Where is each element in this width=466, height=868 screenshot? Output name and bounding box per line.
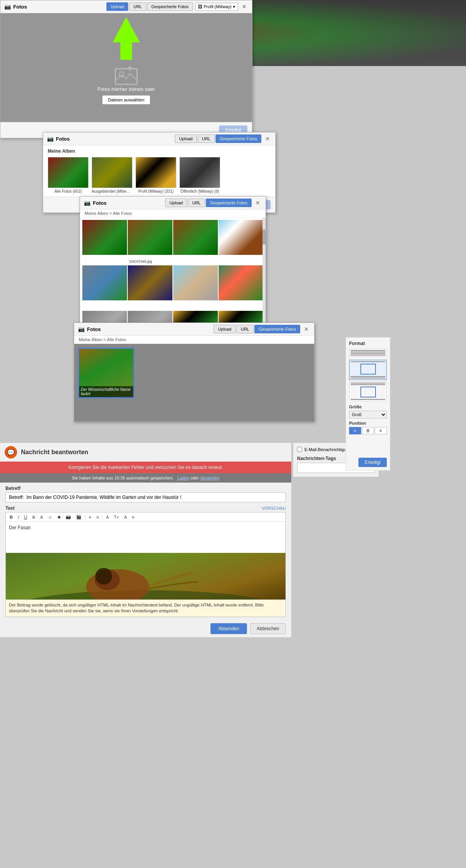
- textarea-wrapper: B I U S A ☺ ◆ 📷 🎬 | ≡ ≡ | A T+ A ≡ Der F: [5, 512, 286, 617]
- photo-thumb-5: [82, 265, 127, 300]
- tab-url-4[interactable]: URL: [236, 325, 254, 333]
- reply-form-title: Nachricht beantworten: [21, 449, 88, 456]
- format-option-text-around[interactable]: [349, 349, 387, 357]
- tab-url-1[interactable]: URL: [129, 2, 146, 11]
- photo-cell-5[interactable]: [82, 265, 127, 310]
- tab-url-3[interactable]: URL: [188, 199, 205, 207]
- profile-icon: 🖼: [198, 4, 202, 9]
- album-item-ausgeblendet[interactable]: Ausgeblendet (Miliway) (42): [92, 157, 132, 193]
- breadcrumb-4: Meine Alben > Alle Fotos: [74, 336, 314, 344]
- toolbar-font-size[interactable]: T+: [112, 514, 121, 520]
- position-left-button[interactable]: ≡: [349, 427, 361, 434]
- toolbar-list2[interactable]: ≡: [94, 514, 101, 520]
- toolbar-color[interactable]: A: [38, 514, 45, 520]
- modal-header-3: 📷 Fotos Upload URL Gespeicherte Fotos ✕: [80, 197, 266, 209]
- toolbar-emoji[interactable]: ☺: [46, 514, 54, 520]
- close-button-4[interactable]: ✕: [303, 326, 310, 332]
- profile-dropdown-1[interactable]: 🖼 Profil (Miliway) ▾: [195, 3, 238, 11]
- format-title: Format: [349, 341, 387, 346]
- modal-header-1: 📷 Fotos Upload URL Gespeicherte Fotos 🖼 …: [0, 0, 252, 13]
- close-button-3[interactable]: ✕: [254, 200, 262, 206]
- svg-rect-0: [115, 69, 137, 84]
- selected-photo-area: Der Wissenschaftliche Name lautet: [74, 344, 314, 422]
- toolbar-italic[interactable]: I: [16, 514, 21, 520]
- toolbar-photo[interactable]: 📷: [64, 514, 73, 520]
- toolbar-bold[interactable]: B: [8, 514, 15, 520]
- tab-upload-1[interactable]: Upload: [106, 2, 129, 11]
- album-item-profil[interactable]: Profil (Miliway) (331): [136, 157, 176, 193]
- toolbar-more[interactable]: ≡: [130, 514, 136, 520]
- textarea-text-content[interactable]: Der Fasan: [6, 522, 285, 553]
- chevron-down-icon-1: ▾: [233, 4, 235, 9]
- album-item-offentlich[interactable]: Öffentlich (Miliway) (9): [179, 157, 220, 193]
- close-button-1[interactable]: ✕: [240, 3, 248, 10]
- selected-photo-thumb[interactable]: Der Wissenschaftliche Name lautet: [78, 348, 134, 398]
- toolbar-special[interactable]: ◆: [56, 514, 63, 520]
- format-panel: Format Größe Groß Mittel Klein: [346, 337, 390, 471]
- svg-point-6: [95, 568, 112, 584]
- subject-label: Betreff: [5, 486, 286, 491]
- scrollbar[interactable]: [263, 218, 266, 334]
- size-select[interactable]: Groß Mittel Klein: [349, 411, 387, 418]
- done-button-4[interactable]: Erledigt: [358, 458, 387, 467]
- modal-title-1: Fotos: [13, 4, 104, 10]
- tab-saved-photos-2[interactable]: Gespeicherte Fotos: [216, 134, 261, 143]
- upload-drop-area[interactable]: Fotos hierher ziehen oder Dateien auswäh…: [0, 13, 252, 122]
- modal-photo-selected: 📷 Fotos Upload URL Gespeicherte Fotos ✕ …: [74, 322, 315, 422]
- tab-upload-3[interactable]: Upload: [165, 199, 187, 207]
- toolbar-list1[interactable]: ≡: [87, 514, 93, 520]
- toolbar-underline[interactable]: U: [22, 514, 29, 520]
- format-box-icon-top: [360, 364, 376, 375]
- album-thumb-offentlich: [179, 157, 220, 188]
- photo-cell-8[interactable]: [219, 265, 263, 310]
- position-center-button[interactable]: ☰: [362, 427, 374, 434]
- position-right-button[interactable]: ≡: [375, 427, 387, 434]
- warning-text: Der Beitrag wurde gelöscht, da sich ungü…: [6, 600, 285, 617]
- photo-cell-7[interactable]: [173, 265, 218, 310]
- cancel-button[interactable]: Abbrechen: [250, 623, 286, 634]
- photo-cell-6[interactable]: [128, 265, 172, 310]
- format-options: [349, 349, 387, 401]
- tab-saved-photos-1[interactable]: Gespeicherte Fotos: [147, 2, 193, 11]
- toolbar-video[interactable]: 🎬: [74, 514, 83, 520]
- email-checkbox[interactable]: [297, 447, 302, 452]
- album-item-alle[interactable]: Alle Fotos (602): [48, 157, 89, 193]
- photo-cell-2[interactable]: DSC07440.jpg: [128, 220, 172, 265]
- modal-title-3: Fotos: [93, 200, 163, 206]
- modal-tabs-3: Upload URL Gespeicherte Fotos: [165, 199, 252, 207]
- autosave-load-link[interactable]: Laden: [177, 476, 190, 480]
- tab-saved-photos-4[interactable]: Gespeicherte Fotos: [254, 325, 300, 333]
- submit-button[interactable]: Absenden: [210, 623, 247, 634]
- toolbar-font-color[interactable]: A: [104, 514, 111, 520]
- size-label: Größe: [349, 404, 387, 409]
- tab-url-2[interactable]: URL: [198, 134, 215, 143]
- toolbar-sep-1: |: [85, 515, 86, 519]
- format-option-box-bottom[interactable]: [349, 381, 387, 401]
- modal-header-4: 📷 Fotos Upload URL Gespeicherte Fotos ✕: [74, 323, 314, 336]
- autosave-text: Sie haben Inhalte aus 15:35 automatisch …: [72, 476, 174, 480]
- camera-icon-4: 📷: [78, 326, 85, 332]
- photo-cell-1[interactable]: [82, 220, 127, 265]
- tab-saved-photos-3[interactable]: Gespeicherte Fotos: [206, 199, 252, 207]
- toolbar-align[interactable]: A: [122, 514, 129, 520]
- close-button-2[interactable]: ✕: [264, 136, 271, 142]
- toolbar-strikethrough[interactable]: S: [30, 514, 37, 520]
- toolbar-sep-2: |: [102, 515, 103, 519]
- photo-cell-3[interactable]: [173, 220, 218, 265]
- tab-upload-4[interactable]: Upload: [214, 325, 236, 333]
- autosave-oder: oder: [190, 476, 200, 480]
- camera-icon: 📷: [4, 3, 11, 10]
- text-label: Text: [5, 505, 15, 511]
- tab-upload-2[interactable]: Upload: [175, 134, 197, 143]
- select-files-button[interactable]: Dateien auswählen: [102, 95, 150, 105]
- subject-input[interactable]: [5, 492, 286, 502]
- scrollbar-thumb[interactable]: [263, 229, 266, 245]
- modal-header-2: 📷 Fotos Upload URL Gespeicherte Fotos ✕: [43, 132, 275, 145]
- preview-link[interactable]: VORSCHAU: [262, 506, 286, 511]
- album-label-offentlich: Öffentlich (Miliway) (9): [181, 189, 219, 193]
- photo-cell-4[interactable]: [219, 220, 263, 265]
- autosave-discard-link[interactable]: Verwerfen: [200, 476, 219, 480]
- format-option-box-top[interactable]: [349, 360, 387, 380]
- upload-drag-text: Fotos hierher ziehen oder: [97, 86, 155, 92]
- format-box-icon-bottom: [360, 387, 376, 397]
